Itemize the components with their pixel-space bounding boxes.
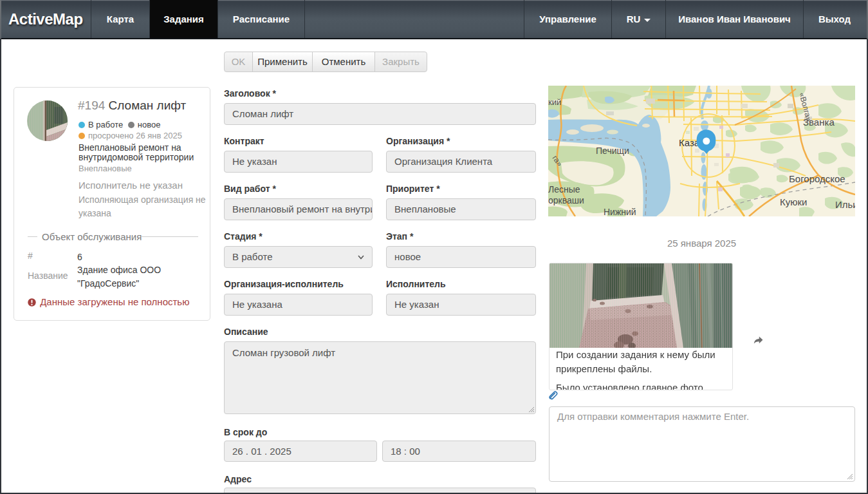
- svg-text:оркваши: оркваши: [548, 195, 584, 205]
- svg-text:Нижний: Нижний: [604, 207, 636, 216]
- svg-text:кий: кий: [548, 97, 561, 107]
- svg-text:Лесные: Лесные: [548, 184, 580, 195]
- svg-text:Куюки: Куюки: [780, 196, 807, 207]
- svg-text:Богородское: Богородское: [789, 173, 845, 184]
- svg-text:Ильино: Ильино: [835, 199, 855, 210]
- svg-text:Печищи: Печищи: [596, 146, 629, 156]
